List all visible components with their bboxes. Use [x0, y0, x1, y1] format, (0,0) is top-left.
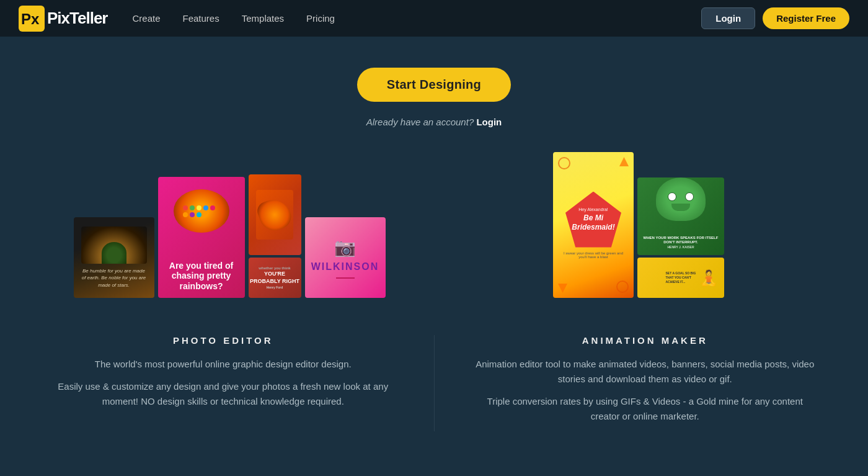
- nav-link-templates[interactable]: Templates: [242, 13, 284, 24]
- card-bridesmaid: Hey Alexandra! Be MiBridesmaid! I swear …: [553, 152, 634, 298]
- preview-section: Be humble for you are made of earth. Be …: [0, 140, 868, 317]
- card-leaves: [249, 174, 301, 255]
- photo-editor-info: PHOTO EDITOR The world's most powerful o…: [50, 335, 397, 431]
- candy-dot: [183, 212, 188, 217]
- woman-figure: 🧘: [699, 269, 718, 287]
- kermit-eye-left: [668, 192, 676, 201]
- nav-item-pricing[interactable]: Pricing: [306, 13, 335, 24]
- kermit-stack: WHEN YOUR WORK SPEAKS FOR ITSELF DON'T I…: [637, 177, 724, 298]
- deco-tri-bl: [558, 284, 567, 293]
- candy-dot: [183, 205, 188, 210]
- nav-link-features[interactable]: Features: [183, 13, 219, 24]
- already-label: Already have an account?: [366, 117, 474, 127]
- card-probably: whether you think YOU'RE PROBABLY RIGHT …: [249, 258, 301, 298]
- photo-editor-desc2: Easily use & customize any design and gi…: [50, 379, 397, 409]
- kermit-eyes: [668, 192, 694, 201]
- start-designing-button[interactable]: Start Designing: [357, 68, 511, 102]
- animation-maker-info: ANIMATION MAKER Animation editor tool to…: [472, 335, 819, 431]
- animation-maker-desc2: Triple conversion rates by using GIFs & …: [472, 394, 819, 424]
- wilkinson-underline: [336, 277, 355, 279]
- earth-quote-text: Be humble for you are made of earth. Be …: [81, 267, 147, 289]
- login-button[interactable]: Login: [701, 7, 755, 29]
- candy-text: Are you tired of chasing pretty rainbows…: [164, 261, 239, 292]
- bridesmaid-title: Hey Alexandra! Be MiBridesmaid!: [572, 207, 614, 231]
- candy-dots: [183, 205, 220, 217]
- logo-text: PixTeller: [47, 9, 107, 28]
- candy-bowl: [174, 189, 229, 233]
- wilkinson-text: WILKINSON: [311, 261, 379, 272]
- hero-section: Start Designing Already have an account?…: [0, 37, 868, 140]
- nav-item-create[interactable]: Create: [132, 13, 160, 24]
- photo-editor-title: PHOTO EDITOR: [50, 335, 397, 346]
- probably-text: whether you think YOU'RE PROBABLY RIGHT …: [249, 266, 301, 290]
- nav-links: Create Features Templates Pricing: [132, 13, 334, 24]
- deco-tri-tr: [619, 157, 629, 166]
- candy-dot: [210, 205, 215, 210]
- bridesmaid-shape: Hey Alexandra! Be MiBridesmaid!: [565, 192, 621, 248]
- info-section: PHOTO EDITOR The world's most powerful o…: [0, 317, 868, 450]
- photo-editor-desc1: The world's most powerful online graphic…: [50, 357, 397, 372]
- card-kermit: WHEN YOUR WORK SPEAKS FOR ITSELF DON'T I…: [637, 177, 724, 255]
- photo-editor-preview: Be humble for you are made of earth. Be …: [37, 152, 422, 298]
- kermit-eye-right: [685, 192, 694, 201]
- kermit-quote-text: WHEN YOUR WORK SPEAKS FOR ITSELF DON'T I…: [642, 236, 719, 250]
- candy-dot: [197, 212, 202, 217]
- kermit-face: [656, 177, 706, 221]
- nav-left: Px PixTeller Create Features Templates P…: [19, 6, 335, 32]
- nav-link-create[interactable]: Create: [132, 13, 160, 24]
- candy-dot: [190, 205, 195, 210]
- camera-icon: 📷: [334, 237, 356, 258]
- bridesmaid-sub: I swear your dress will be green and you…: [562, 251, 625, 259]
- animation-maker-preview: Hey Alexandra! Be MiBridesmaid! I swear …: [446, 152, 831, 298]
- candy-dot: [190, 212, 195, 217]
- logo[interactable]: Px PixTeller: [19, 6, 107, 32]
- deco-circle-br: [616, 281, 629, 293]
- svg-text:Px: Px: [21, 11, 40, 27]
- card-candy: Are you tired of chasing pretty rainbows…: [158, 177, 245, 298]
- animation-maker-desc1: Animation editor tool to make animated v…: [472, 357, 819, 387]
- nav-right: Login Register Free: [701, 7, 849, 29]
- candy-dot: [197, 205, 202, 210]
- nav-item-features[interactable]: Features: [183, 13, 219, 24]
- woman-text: SET A GOAL SO BIGTHAT YOU CAN'TACHIEVE I…: [662, 267, 700, 288]
- nav-item-templates[interactable]: Templates: [242, 13, 284, 24]
- deco-circle-tl: [558, 157, 570, 169]
- animation-maker-title: ANIMATION MAKER: [472, 335, 819, 346]
- card-woman: SET A GOAL SO BIGTHAT YOU CAN'TACHIEVE I…: [637, 258, 724, 298]
- nav-link-pricing[interactable]: Pricing: [306, 13, 335, 24]
- register-button[interactable]: Register Free: [763, 7, 849, 29]
- candy-dot: [203, 205, 208, 210]
- navigation: Px PixTeller Create Features Templates P…: [0, 0, 868, 37]
- hero-login-link[interactable]: Login: [476, 117, 502, 127]
- card-earth: Be humble for you are made of earth. Be …: [74, 217, 154, 298]
- kermit-mouth: [671, 204, 690, 211]
- card-wilkinson: 📷 WILKINSON: [305, 217, 386, 298]
- logo-icon: Px: [19, 6, 45, 32]
- already-account-text: Already have an account? Login: [366, 117, 502, 127]
- leaves-stack: whether you think YOU'RE PROBABLY RIGHT …: [249, 174, 301, 298]
- section-divider: [434, 335, 435, 431]
